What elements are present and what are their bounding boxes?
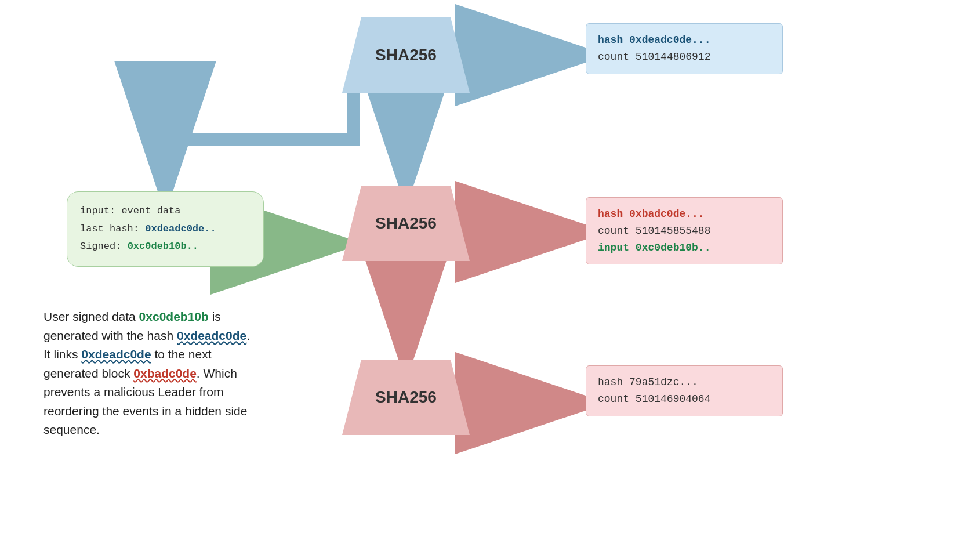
output-bottom-hash-line: hash 79a51dzc...	[598, 374, 771, 391]
output-bottom-hash-value: 79a51dzc...	[629, 376, 698, 388]
input-label-3: Signed:	[80, 241, 121, 252]
output-bottom-hash-label: hash	[598, 376, 623, 388]
input-data-box: input: event data last hash: 0xdeadc0de.…	[67, 191, 264, 267]
description-paragraph: User signed data 0xc0deb10b is generated…	[43, 307, 252, 440]
desc-text1: User signed data	[43, 310, 139, 323]
input-label-1: input:	[80, 205, 115, 216]
output-middle-input-line: input 0xc0deb10b..	[598, 240, 771, 256]
output-box-bottom: hash 79a51dzc... count 510146904064	[586, 365, 783, 416]
output-box-middle: hash 0xbadc0de... count 510145855488 inp…	[586, 197, 783, 264]
output-middle-count-value: 510145855488	[636, 225, 711, 237]
input-label-2: last hash:	[80, 223, 139, 234]
output-top-count-value: 510144806912	[636, 51, 711, 63]
output-middle-input-value: 0xc0deb10b..	[636, 242, 711, 253]
diagram-container: SHA256 SHA256 SHA256 hash 0xdeadc0de... …	[0, 0, 980, 551]
sha256-top: SHA256	[342, 17, 470, 93]
output-top-hash-line: hash 0xdeadc0de...	[598, 32, 771, 49]
sha256-middle-label: SHA256	[375, 214, 437, 233]
sha256-bottom-label: SHA256	[375, 388, 437, 407]
sha256-top-label: SHA256	[375, 46, 437, 64]
output-bottom-count-label: count	[598, 393, 629, 405]
output-bottom-count-line: count 510146904064	[598, 391, 771, 408]
output-top-count-label: count	[598, 51, 629, 63]
output-top-hash-value: 0xdeadc0de...	[629, 34, 710, 46]
desc-highlight3: 0xdeadc0de	[81, 347, 151, 361]
output-top-hash-label: hash	[598, 34, 623, 46]
arrows-svg	[0, 0, 980, 551]
output-middle-hash-line: hash 0xbadc0de...	[598, 206, 771, 223]
input-line3: Signed: 0xc0deb10b..	[80, 238, 251, 256]
output-bottom-count-value: 510146904064	[636, 393, 711, 405]
description-text: User signed data 0xc0deb10b is generated…	[43, 307, 252, 440]
input-value-1: event data	[121, 205, 180, 216]
desc-highlight2: 0xdeadc0de	[177, 329, 246, 342]
output-box-top: hash 0xdeadc0de... count 510144806912	[586, 23, 783, 74]
input-line1: input: event data	[80, 202, 251, 220]
output-middle-hash-label: hash	[598, 208, 623, 220]
sha256-middle: SHA256	[342, 186, 470, 261]
output-middle-count-line: count 510145855488	[598, 223, 771, 240]
input-line2: last hash: 0xdeadc0de..	[80, 220, 251, 238]
output-middle-hash-value: 0xbadc0de...	[629, 208, 705, 220]
desc-highlight1: 0xc0deb10b	[139, 310, 209, 323]
input-value-3: 0xc0deb10b..	[128, 241, 198, 252]
output-top-count-line: count 510144806912	[598, 49, 771, 66]
desc-highlight4: 0xbadc0de	[133, 367, 197, 380]
output-middle-count-label: count	[598, 225, 629, 237]
output-middle-input-label: input	[598, 242, 629, 253]
sha256-bottom: SHA256	[342, 360, 470, 435]
input-value-2: 0xdeadc0de..	[145, 223, 216, 234]
